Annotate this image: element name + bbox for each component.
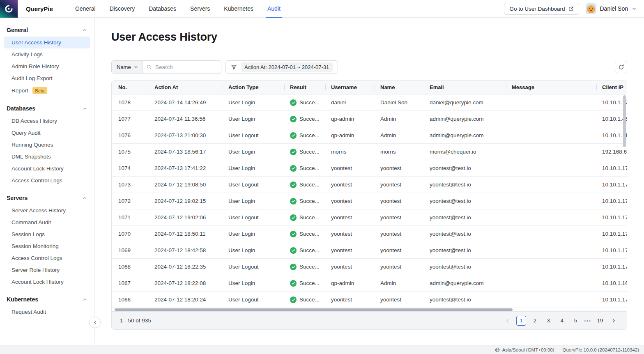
cell-result: Succe... [284,99,325,106]
cell-no: 1076 [112,132,149,138]
sidebar-item-server-access-history[interactable]: Server Access History [4,205,90,216]
nav-tab-kubernetes[interactable]: Kubernetes [217,0,260,18]
sidebar-item-label: Command Audit [12,219,51,225]
table-row[interactable]: 10732024-07-12 19:08:50User LogoutSucce.… [112,177,627,193]
cell-no: 1070 [112,231,149,237]
date-filter[interactable]: Action At: 2024-07-01 ~ 2024-07-31 [225,60,338,74]
sidebar-item-db-access-history[interactable]: DB Access History [4,115,90,127]
table-row[interactable]: 10742024-07-13 17:41:22User LoginSucce..… [112,160,627,177]
cell-name: yoontest [375,247,424,253]
page-button-1[interactable]: 1 [516,316,526,326]
table-body: 10782024-07-14 14:26:49User LoginSucce..… [112,94,627,308]
table-row[interactable]: 10692024-07-12 18:42:58User LoginSucce..… [112,242,627,259]
sidebar-item-label: User Access History [12,39,61,46]
sidebar-item-running-queries[interactable]: Running Queries [4,139,90,151]
chevron-up-icon [83,106,87,111]
table-row[interactable]: 10672024-07-12 18:22:08User LoginSucce..… [112,275,627,292]
sidebar-item-access-control-logs[interactable]: Access Control Logs [4,252,90,264]
cell-client-ip: 192.168.6 [596,149,627,155]
sidebar-item-query-audit[interactable]: Query Audit [4,127,90,139]
cell-no: 1074 [112,165,149,171]
sidebar-item-dml-snapshots[interactable]: DML Snapshots [4,151,90,163]
sidebar-item-activity-logs[interactable]: Activity Logs [4,48,90,60]
cell-name: yoontest [375,231,424,237]
nav-tab-discovery[interactable]: Discovery [103,0,142,18]
timezone-label: Asia/Seoul (GMT+09:00) [502,347,554,352]
pagination-next-button[interactable] [609,316,619,326]
success-check-icon [290,165,297,172]
page-button-19[interactable]: 19 [595,316,605,326]
result-text: Succe... [299,149,320,155]
table-row[interactable]: 10662024-07-12 18:20:24User LogoutSucce.… [112,292,627,308]
success-check-icon [290,182,297,188]
main-content: User Access History Name [95,18,644,345]
table-row[interactable]: 10722024-07-12 19:02:15User LoginSucce..… [112,193,627,209]
cell-email: yoontest@test.io [424,214,506,221]
go-to-user-dashboard-button[interactable]: Go to User Dashboard [504,3,579,15]
cell-result: Succe... [284,182,325,188]
cell-result: Succe... [284,149,325,155]
table-row[interactable]: 10702024-07-12 18:50:11User LoginSucce..… [112,226,627,242]
sidebar-item-report[interactable]: ReportBeta [4,84,90,97]
cell-no: 1078 [112,99,149,106]
sidebar-item-user-access-history[interactable]: User Access History [4,37,90,48]
sidebar-item-command-audit[interactable]: Command Audit [4,216,90,228]
sidebar-item-request-audit[interactable]: Request Audit [4,306,90,318]
nav-tab-general[interactable]: General [68,0,103,18]
page-button-4[interactable]: 4 [557,316,567,326]
search-field-selector[interactable]: Name [112,61,143,73]
sidebar-item-session-monitoring[interactable]: Session Monitoring [4,240,90,252]
sidebar-section-header-kubernetes[interactable]: Kubernetes [0,293,94,306]
sidebar-item-access-control-logs[interactable]: Access Control Logs [4,175,90,186]
cell-email: yoontest@test.io [424,165,506,171]
cell-username: qp-admin [325,280,375,286]
sidebar-item-account-lock-history[interactable]: Account Lock History [4,163,90,175]
sidebar-collapse-button[interactable] [89,317,101,328]
timezone-group: Asia/Seoul (GMT+09:00) [495,347,554,352]
querypie-logo[interactable] [0,0,18,18]
search-input[interactable] [154,64,217,71]
vertical-scrollbar-thumb[interactable] [623,95,626,147]
table-row[interactable]: 10762024-07-13 21:00:30User LogoutSucce.… [112,127,627,144]
sidebar-item-server-role-history[interactable]: Server Role History [4,264,90,276]
sidebar-section-general: GeneralUser Access HistoryActivity LogsA… [0,23,94,97]
nav-tab-servers[interactable]: Servers [183,0,217,18]
pagination-prev-button[interactable] [503,316,513,326]
sidebar-item-session-logs[interactable]: Session Logs [4,228,90,240]
cell-no: 1067 [112,280,149,286]
cell-username: qp-admin [325,132,375,138]
pagination-ellipsis[interactable]: ••• [584,318,591,323]
section-title: Servers [7,195,28,201]
result-text: Succe... [299,280,320,286]
sidebar-item-admin-role-history[interactable]: Admin Role History [4,60,90,72]
page-button-3[interactable]: 3 [543,316,553,326]
sidebar-item-audit-log-export[interactable]: Audit Log Export [4,72,90,84]
table-row[interactable]: 10752024-07-13 18:56:17User LoginSucce..… [112,144,627,160]
result-range: 1 - 50 of 935 [120,317,151,324]
refresh-button[interactable] [615,61,627,73]
result-text: Succe... [299,214,320,221]
sidebar-section-header-general[interactable]: General [0,23,94,37]
page-button-2[interactable]: 2 [530,316,540,326]
table-row[interactable]: 10782024-07-14 14:26:49User LoginSucce..… [112,94,627,111]
sidebar-section-header-servers[interactable]: Servers [0,191,94,205]
nav-divider [63,5,63,13]
cell-no: 1073 [112,182,149,188]
nav-tab-databases[interactable]: Databases [142,0,183,18]
cell-result: Succe... [284,214,325,221]
page-button-5[interactable]: 5 [570,316,580,326]
search-combo: Name [111,60,221,74]
page-title: User Access History [111,30,644,44]
nav-tab-audit[interactable]: Audit [260,0,288,18]
horizontal-scrollbar-thumb[interactable] [115,308,513,311]
table-row[interactable]: 10772024-07-14 11:36:56User LoginSucce..… [112,111,627,127]
table-row[interactable]: 10682024-07-12 18:22:35User LogoutSucce.… [112,259,627,275]
cell-result: Succe... [284,116,325,122]
success-check-icon [290,116,297,122]
success-check-icon [290,231,297,237]
sidebar-section-header-databases[interactable]: Databases [0,102,94,115]
sidebar-item-account-lock-history[interactable]: Account Lock History [4,276,90,288]
horizontal-scrollbar [112,308,627,311]
table-row[interactable]: 10712024-07-12 19:02:06User LogoutSucce.… [112,209,627,226]
user-menu[interactable]: Daniel Son [586,3,637,14]
